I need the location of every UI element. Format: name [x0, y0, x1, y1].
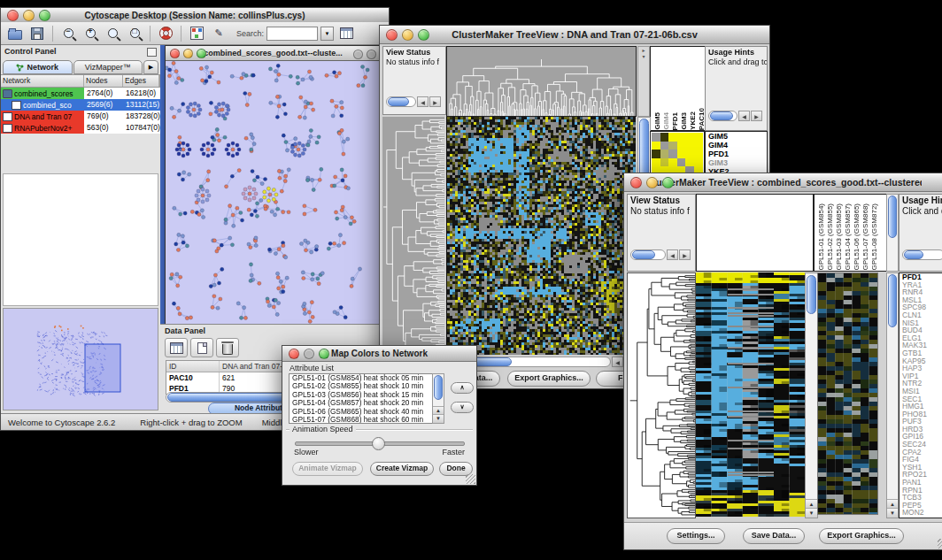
zoom-fit-button[interactable]: [103, 25, 122, 42]
scroll-right-arrow[interactable]: ▶: [751, 111, 762, 121]
export-graphics-button[interactable]: Export Graphics...: [819, 528, 904, 544]
zoom-out-button[interactable]: −: [58, 25, 78, 42]
matrix-cell[interactable]: [677, 150, 686, 158]
scroll-right-arrow[interactable]: ▶: [429, 96, 441, 107]
scroll-right-arrow[interactable]: ▶: [679, 249, 691, 260]
row-dendrogram[interactable]: [627, 272, 696, 518]
network-overview[interactable]: [3, 308, 158, 410]
treeview1-titlebar[interactable]: ClusterMaker TreeView : DNA and Tran 07-…: [380, 26, 769, 44]
view-status-scrollbar[interactable]: ◀▶: [630, 249, 691, 260]
matrix-cell[interactable]: [660, 133, 669, 142]
network-list-row[interactable]: combined_sco2569(6)13112(15): [1, 99, 160, 111]
col-nodes[interactable]: Nodes: [84, 75, 123, 87]
matrix-cell[interactable]: [660, 142, 669, 150]
column-label[interactable]: GIM5: [653, 112, 661, 130]
resize-grip[interactable]: [938, 539, 942, 548]
column-dendrogram-area[interactable]: [696, 194, 814, 272]
column-labels-scrollbar[interactable]: [886, 194, 899, 272]
scroll-left-arrow[interactable]: ◀: [417, 96, 429, 107]
float-panel-icon[interactable]: [147, 48, 157, 57]
minimize-button[interactable]: [367, 50, 376, 59]
network-list-row[interactable]: combined_scores2764(0)16218(0): [1, 88, 160, 99]
minimize-button[interactable]: [23, 10, 35, 21]
scroll-left-arrow[interactable]: ◀: [612, 357, 623, 367]
matrix-cell[interactable]: [685, 150, 694, 158]
matrix-cell[interactable]: [652, 150, 660, 158]
tabs-overflow-button[interactable]: ▶: [143, 60, 158, 74]
move-up-button[interactable]: ∧: [451, 382, 474, 394]
gene-label[interactable]: PFD1: [706, 150, 767, 158]
zoom-button[interactable]: [319, 349, 329, 359]
main-titlebar[interactable]: Cytoscape Desktop (Session Name: collins…: [1, 8, 389, 23]
matrix-cell[interactable]: [677, 133, 686, 142]
animate-vizmap-button[interactable]: Animate Vizmap: [292, 462, 363, 476]
column-label[interactable]: GPL51-06 (GSM865): [853, 203, 861, 271]
close-button[interactable]: [630, 177, 642, 188]
matrix-cell[interactable]: [652, 133, 660, 142]
treeview2-titlebar[interactable]: ClusterMaker TreeView : combined_scores_…: [624, 173, 942, 192]
zoom-button[interactable]: [418, 29, 429, 41]
gene-label[interactable]: GIM4: [706, 141, 767, 150]
scroll-down-arrow[interactable]: ▼: [433, 414, 444, 423]
col-edges[interactable]: Edges: [123, 75, 159, 87]
help-button[interactable]: [156, 25, 175, 42]
zoom-button[interactable]: [39, 10, 50, 21]
search-dropdown-button[interactable]: ▼: [320, 27, 334, 41]
matrix-cell[interactable]: [694, 133, 703, 142]
column-label[interactable]: GIM3: [680, 112, 688, 130]
column-label[interactable]: GPL51-08 (GSM872): [870, 203, 878, 271]
attribute-list-scrollbar[interactable]: ▲ ▼: [432, 373, 444, 424]
move-down-button[interactable]: ∨: [451, 402, 474, 413]
column-dendrogram[interactable]: [446, 46, 637, 117]
col-network[interactable]: Network: [1, 75, 84, 87]
export-graphics-button[interactable]: Export Graphics...: [507, 371, 591, 387]
matrix-cell[interactable]: [685, 142, 694, 150]
close-button[interactable]: [170, 49, 180, 58]
view-status-scrollbar[interactable]: ◀▶: [386, 96, 441, 107]
network-list-row[interactable]: RNAPuberNov2+563(0)107847(0): [1, 122, 160, 134]
zoom-button[interactable]: [197, 49, 206, 58]
minimize-button[interactable]: [402, 29, 413, 41]
settings-button[interactable]: Settings...: [667, 528, 725, 544]
resize-grip[interactable]: [466, 474, 475, 484]
heatmap-zoom-view[interactable]: [817, 272, 878, 515]
delete-attribute-button[interactable]: [216, 338, 239, 357]
annotation-button[interactable]: ✎: [209, 25, 228, 42]
matrix-cell[interactable]: [685, 158, 694, 167]
close-button[interactable]: [7, 10, 19, 21]
save-session-button[interactable]: [27, 25, 47, 42]
network-list-row[interactable]: DNA and Tran 07769(0)183728(0): [1, 111, 160, 122]
animation-speed-slider[interactable]: [295, 441, 465, 446]
open-file-button[interactable]: [5, 25, 25, 42]
zoom-selected-button[interactable]: □: [125, 25, 144, 42]
matrix-cell[interactable]: [677, 158, 686, 167]
gene-list-scrollbar[interactable]: ▲ ▼: [886, 272, 899, 518]
matrix-cell[interactable]: [652, 142, 660, 150]
gene-label[interactable]: MON2: [900, 509, 942, 517]
column-label[interactable]: GPL51-01 (GSM854): [817, 203, 825, 271]
matrix-cell[interactable]: [668, 158, 677, 167]
column-label[interactable]: GPL51-02 (GSM855): [826, 203, 834, 271]
row-dendrogram[interactable]: [382, 117, 444, 355]
minimize-button[interactable]: [646, 177, 658, 188]
column-label[interactable]: PFD1: [671, 112, 679, 130]
search-input[interactable]: [266, 27, 318, 41]
tab-network[interactable]: Network: [3, 60, 73, 74]
scroll-left-arrow[interactable]: ◀: [738, 111, 750, 121]
scroll-left-arrow[interactable]: ◀: [667, 249, 678, 260]
matrix-cell[interactable]: [677, 142, 686, 150]
matrix-cell[interactable]: [668, 150, 677, 158]
dialog-titlebar[interactable]: Map Colors to Network: [282, 346, 476, 362]
network-window-titlebar[interactable]: combined_scores_good.txt--cluste...: [166, 46, 381, 61]
col-id[interactable]: ID: [166, 361, 220, 372]
close-button[interactable]: [289, 349, 299, 359]
close-button[interactable]: [353, 50, 363, 59]
matrix-cell[interactable]: [694, 150, 703, 158]
zoom-button[interactable]: [662, 177, 674, 188]
scroll-down-arrow[interactable]: ▼: [887, 508, 898, 518]
tab-vizmapper[interactable]: VizMapper™: [73, 60, 143, 74]
gene-label[interactable]: GIM3: [706, 158, 767, 167]
column-label[interactable]: GPL51-03 (GSM856): [835, 203, 843, 271]
network-canvas[interactable]: [166, 61, 379, 328]
slider-thumb[interactable]: [372, 437, 385, 450]
